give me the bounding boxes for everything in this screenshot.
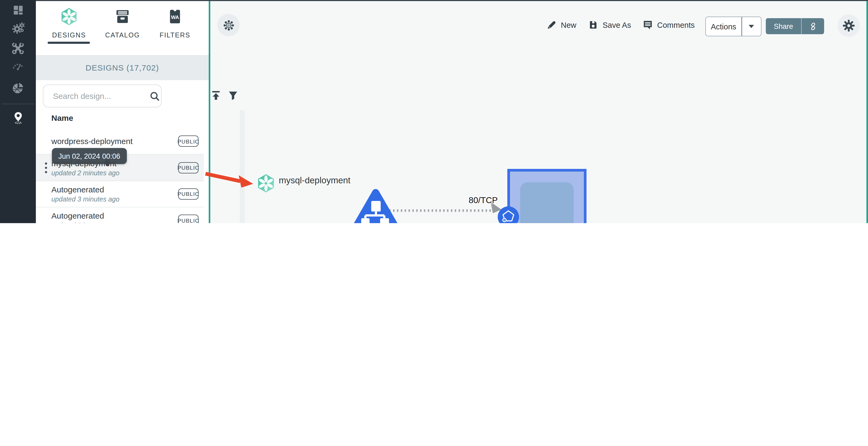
search-input[interactable]: [52, 85, 137, 106]
window-top-hairline: [36, 0, 868, 1]
sidebar-item-kanvas[interactable]: [0, 108, 36, 127]
save-as-label: Save As: [602, 21, 631, 29]
pencil-icon: [546, 19, 557, 31]
active-tab-underline: [48, 42, 90, 43]
actions-dropdown[interactable]: [742, 25, 761, 28]
designs-count-header: DESIGNS (17,702): [36, 55, 209, 80]
save-as-button[interactable]: Save As: [588, 19, 631, 31]
design-name: Autogenerated: [51, 211, 113, 220]
sidebar-item-dashboard[interactable]: [0, 1, 36, 19]
settings-button[interactable]: [837, 14, 860, 37]
canvas-menu-button[interactable]: [217, 14, 240, 36]
sidebar-item-lifecycle[interactable]: [0, 19, 36, 37]
gear-icon: [842, 19, 855, 32]
comments-button[interactable]: Comments: [642, 19, 694, 31]
design-search: [43, 84, 162, 107]
copy-link-button[interactable]: [802, 22, 824, 31]
actions-button[interactable]: Actions: [705, 16, 762, 36]
new-button[interactable]: New: [546, 19, 576, 31]
gauge-icon: [11, 60, 25, 73]
sidebar-item-configuration[interactable]: [0, 39, 36, 57]
meshery-spiral-icon: [59, 6, 79, 27]
actions-label: Actions: [706, 22, 741, 31]
date-tooltip: Jun 02, 2024 00:06: [52, 148, 127, 164]
deployment-port-badge[interactable]: [497, 206, 520, 223]
location-pin-icon: [11, 110, 25, 125]
tab-catalog-label: CATALOG: [105, 32, 140, 39]
designs-panel: DESIGNS CATALOG: [36, 0, 209, 223]
design-list: wordpress-deploymentPUBLICmysql-deployme…: [36, 128, 204, 223]
new-label: New: [561, 21, 576, 29]
tab-designs-label: DESIGNS: [52, 32, 86, 39]
column-header-name: Name: [51, 113, 73, 123]
panel-tabs: DESIGNS CATALOG: [36, 0, 209, 55]
mesh-network-icon: [222, 19, 235, 31]
visibility-badge: PUBLIC: [178, 215, 198, 223]
design-name: wordpress-deployment: [51, 137, 133, 146]
sidebar-divider: [2, 104, 34, 104]
catalog-archive-icon: [114, 6, 132, 27]
design-updated: updated 2 minutes ago: [51, 169, 119, 177]
dashboard-icon: [12, 4, 24, 16]
design-updated: updated 3 minutes ago: [51, 196, 119, 203]
tab-filters[interactable]: WA FILTERS: [151, 6, 199, 49]
wrenches-icon: [11, 41, 25, 55]
tab-catalog[interactable]: CATALOG: [98, 6, 147, 49]
upload-design-icon[interactable]: [210, 89, 222, 102]
filter-funnel-icon[interactable]: [227, 89, 239, 102]
search-icon[interactable]: [148, 90, 161, 103]
tab-filters-label: FILTERS: [160, 32, 190, 39]
comment-icon: [642, 19, 653, 31]
edge-port-label: 80/TCP: [452, 196, 498, 205]
wordpress-deployment-inner: [520, 182, 574, 223]
sidebar-item-extensions[interactable]: [0, 79, 36, 97]
meshery-app: ? v0.7.67 DESIGNS: [0, 0, 868, 223]
share-button[interactable]: Share: [766, 18, 824, 34]
comments-label: Comments: [657, 21, 694, 29]
gears-icon: [11, 21, 25, 35]
caret-down-icon: [749, 25, 754, 28]
share-label: Share: [766, 22, 801, 30]
visibility-badge: PUBLIC: [178, 136, 198, 147]
left-navigation-sidebar: ? v0.7.67: [0, 0, 36, 223]
save-floppy-icon: [588, 19, 599, 31]
wa-glyph: WA: [171, 14, 179, 20]
visibility-badge: PUBLIC: [178, 162, 198, 173]
mysql-deployment-node-label: mysql-deployment: [279, 175, 350, 185]
sidebar-item-performance[interactable]: [0, 57, 36, 75]
design-row[interactable]: Autogeneratedupdated 3 minutes agoPUBLIC: [36, 181, 204, 208]
design-name: Autogenerated: [51, 185, 119, 194]
red-annotation-arrow: [201, 168, 259, 191]
extensions-icon: [11, 81, 25, 95]
design-row[interactable]: Autogeneratedupdated 2 hours agoPUBLIC: [36, 207, 204, 223]
visibility-badge: PUBLIC: [178, 188, 198, 200]
row-menu-icon[interactable]: [44, 161, 48, 174]
wordpress-service-node[interactable]: [348, 186, 403, 223]
design-updated: updated 2 hours ago: [51, 222, 113, 223]
panel-scrollbar-track[interactable]: [240, 110, 245, 223]
link-chain-icon: [808, 22, 817, 31]
wasm-filter-icon: WA: [166, 6, 184, 27]
